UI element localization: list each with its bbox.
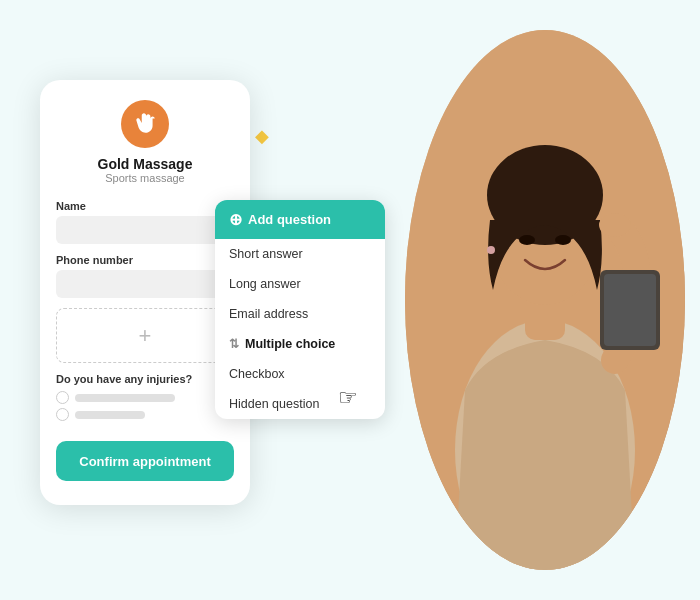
injuries-label: Do you have any injuries? <box>56 373 234 385</box>
dropdown-header-text: Add question <box>248 212 331 227</box>
svg-point-7 <box>487 246 495 254</box>
svg-point-5 <box>519 235 535 245</box>
name-label: Name <box>56 200 234 212</box>
long-answer-option[interactable]: Long answer <box>215 269 385 299</box>
radio-option-1[interactable] <box>56 391 69 404</box>
service-icon <box>121 100 169 148</box>
radio-row-2 <box>56 408 234 421</box>
name-input[interactable] <box>56 216 234 244</box>
email-address-option[interactable]: Email address <box>215 299 385 329</box>
sparkle-small-icon: ◆ <box>255 125 269 147</box>
multiple-choice-label: Multiple choice <box>245 337 335 351</box>
phone-label: Phone number <box>56 254 234 266</box>
multiple-choice-option[interactable]: ⇅ Multiple choice <box>215 329 385 359</box>
service-type: Sports massage <box>105 172 184 184</box>
radio-option-2[interactable] <box>56 408 69 421</box>
service-name: Gold Massage <box>98 156 193 172</box>
upload-plus-icon: + <box>139 323 152 349</box>
svg-point-6 <box>555 235 571 245</box>
svg-point-8 <box>599 213 631 237</box>
hidden-question-option[interactable]: Hidden question <box>215 389 385 419</box>
phone-input[interactable] <box>56 270 234 298</box>
add-question-dropdown: ⊕ Add question Short answer Long answer … <box>215 200 385 419</box>
service-header: Gold Massage Sports massage <box>56 100 234 184</box>
svg-rect-10 <box>604 274 656 346</box>
radio-bar-1 <box>75 394 175 402</box>
plus-icon: ⊕ <box>229 210 242 229</box>
radio-row-1 <box>56 391 234 404</box>
shuffle-icon: ⇅ <box>229 337 239 351</box>
short-answer-option[interactable]: Short answer <box>215 239 385 269</box>
person-image <box>405 30 685 570</box>
radio-bar-2 <box>75 411 145 419</box>
upload-box[interactable]: + <box>56 308 234 363</box>
confirm-appointment-button[interactable]: Confirm appointment <box>56 441 234 481</box>
add-question-header[interactable]: ⊕ Add question <box>215 200 385 239</box>
checkbox-option[interactable]: Checkbox <box>215 359 385 389</box>
cursor-icon: ☞ <box>338 385 358 411</box>
